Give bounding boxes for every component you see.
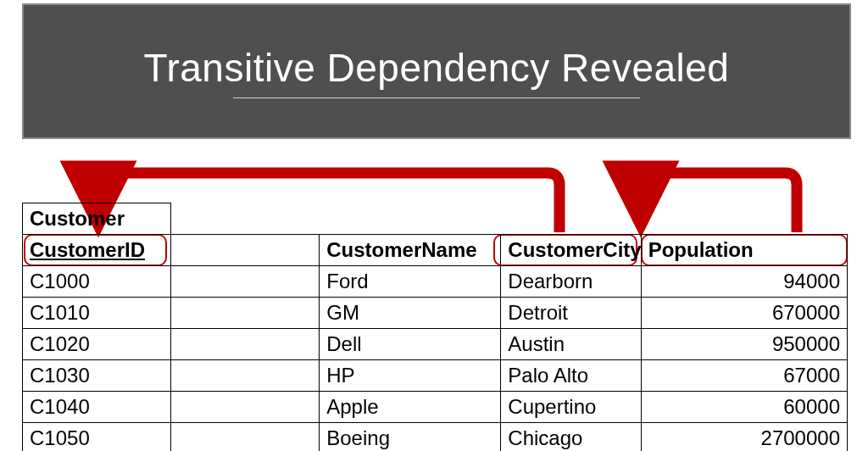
cell-blank (171, 360, 320, 392)
cell-id: C1040 (23, 392, 171, 423)
cell-name: HP (320, 360, 501, 392)
table-caption-row: Customer (23, 203, 848, 235)
cell-city: Dearborn (501, 266, 641, 298)
cell-blank (171, 329, 320, 360)
col-customercity: CustomerCity (501, 235, 641, 266)
blank-cell (641, 203, 847, 235)
cell-city: Palo Alto (501, 360, 641, 392)
cell-name: Boeing (320, 423, 501, 452)
col-customername: CustomerName (320, 235, 501, 266)
cell-pop: 950000 (641, 329, 847, 360)
cell-blank (171, 266, 320, 298)
cell-name: Dell (320, 329, 501, 360)
blank-cell (501, 203, 641, 235)
table-row: C1020 Dell Austin 950000 (23, 329, 848, 360)
cell-id: C1000 (23, 266, 171, 298)
cell-pop: 670000 (641, 298, 847, 329)
cell-id: C1050 (23, 423, 171, 452)
table-row: C1030 HP Palo Alto 67000 (23, 360, 848, 392)
cell-city: Cupertino (501, 392, 641, 423)
table-row: C1010 GM Detroit 670000 (23, 298, 848, 329)
cell-city: Detroit (501, 298, 641, 329)
title-banner: Transitive Dependency Revealed (22, 3, 851, 139)
cell-name: Ford (320, 266, 501, 298)
cell-pop: 2700000 (641, 423, 847, 452)
col-blank (171, 235, 320, 266)
cell-pop: 60000 (641, 392, 847, 423)
cell-name: Apple (320, 392, 501, 423)
table-row: C1050 Boeing Chicago 2700000 (23, 423, 848, 452)
cell-blank (171, 423, 320, 452)
col-customerid: CustomerID (23, 235, 171, 266)
cell-id: C1020 (23, 329, 171, 360)
blank-cell (320, 203, 501, 235)
title-underline (233, 97, 640, 98)
col-population: Population (641, 235, 847, 266)
table-caption: Customer (23, 203, 171, 235)
table-row: C1000 Ford Dearborn 94000 (23, 266, 848, 298)
page-title: Transitive Dependency Revealed (144, 45, 730, 91)
blank-cell (171, 203, 320, 235)
cell-name: GM (320, 298, 501, 329)
customer-table-wrap: Customer CustomerID CustomerName Custome… (22, 203, 848, 451)
table-header-row: CustomerID CustomerName CustomerCity Pop… (23, 235, 848, 266)
cell-id: C1030 (23, 360, 171, 392)
cell-id: C1010 (23, 298, 171, 329)
cell-blank (171, 298, 320, 329)
cell-blank (171, 392, 320, 423)
cell-city: Austin (501, 329, 641, 360)
cell-pop: 94000 (641, 266, 847, 298)
table-row: C1040 Apple Cupertino 60000 (23, 392, 848, 423)
cell-pop: 67000 (641, 360, 847, 392)
cell-city: Chicago (501, 423, 641, 452)
customer-table: Customer CustomerID CustomerName Custome… (22, 203, 848, 451)
